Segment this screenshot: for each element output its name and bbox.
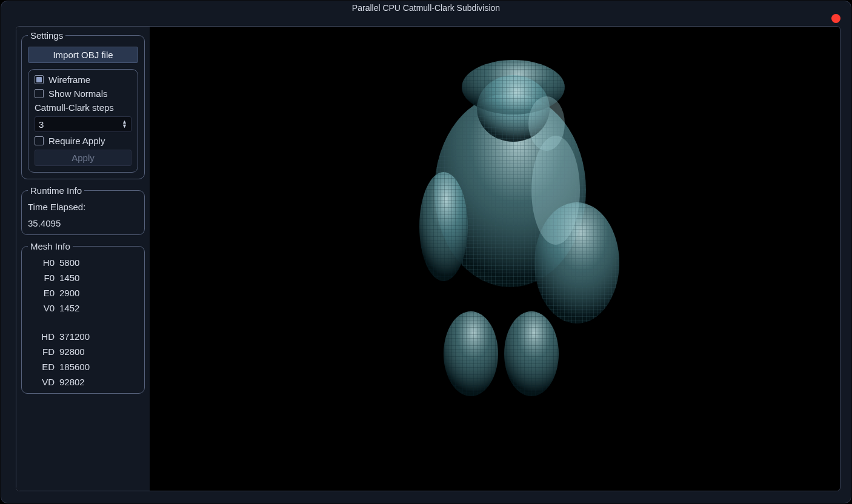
close-icon[interactable] xyxy=(831,14,840,23)
show-normals-row: Show Normals xyxy=(35,88,131,99)
mesh-v: 5800 xyxy=(59,257,138,268)
wireframe-label: Wireframe xyxy=(48,75,90,85)
sidebar: Settings Import OBJ file Wireframe Show … xyxy=(16,27,150,491)
svg-point-18 xyxy=(531,136,580,245)
settings-legend: Settings xyxy=(28,30,65,41)
wireframe-checkbox[interactable] xyxy=(35,75,44,84)
wireframe-row: Wireframe xyxy=(35,75,131,85)
apply-button: Apply xyxy=(35,150,131,166)
show-normals-checkbox[interactable] xyxy=(35,89,44,98)
mesh-k: ED xyxy=(28,362,55,372)
mesh-v: 1450 xyxy=(59,273,138,283)
mesh-info-legend: Mesh Info xyxy=(28,241,73,251)
steps-value: 3 xyxy=(39,119,44,130)
apply-label: Apply xyxy=(72,153,95,163)
mesh-v: 92802 xyxy=(59,377,138,387)
stepper-arrows-icon[interactable]: ▲▼ xyxy=(122,120,127,128)
runtime-legend: Runtime Info xyxy=(28,185,84,196)
svg-point-12 xyxy=(419,172,468,281)
require-apply-label: Require Apply xyxy=(48,136,105,146)
settings-subgroup: Wireframe Show Normals Catmull-Clark ste… xyxy=(28,69,138,173)
require-apply-row: Require Apply xyxy=(35,136,131,146)
require-apply-checkbox[interactable] xyxy=(35,136,44,145)
mesh-k: FD xyxy=(28,346,55,357)
show-normals-label: Show Normals xyxy=(48,88,108,99)
mesh-k: V0 xyxy=(28,303,55,313)
3d-viewport[interactable] xyxy=(150,27,840,491)
mesh-k: H0 xyxy=(28,257,55,268)
mesh-k: E0 xyxy=(28,288,55,298)
client-area: Settings Import OBJ file Wireframe Show … xyxy=(16,26,840,491)
svg-point-14 xyxy=(444,311,498,396)
mesh-k: HD xyxy=(28,331,55,342)
mesh-v: 185600 xyxy=(59,362,138,372)
app-window: Parallel CPU Catmull-Clark Subdivision S… xyxy=(0,0,852,504)
titlebar: Parallel CPU Catmull-Clark Subdivision xyxy=(1,1,851,15)
runtime-group: Runtime Info Time Elapsed: 35.4095 xyxy=(21,185,145,235)
steps-spinbox[interactable]: 3 ▲▼ xyxy=(35,116,131,132)
window-title: Parallel CPU Catmull-Clark Subdivision xyxy=(352,3,500,13)
import-obj-label: Import OBJ file xyxy=(53,50,113,60)
time-elapsed-value: 35.4095 xyxy=(28,218,138,228)
wireframe-model-icon xyxy=(404,51,622,402)
mesh-k: F0 xyxy=(28,273,55,283)
mesh-k: VD xyxy=(28,377,55,387)
settings-group: Settings Import OBJ file Wireframe Show … xyxy=(21,30,145,179)
mesh-info-table: H0 5800 F0 1450 E0 2900 V0 1452 HD 37120… xyxy=(28,257,138,387)
steps-label: Catmull-Clark steps xyxy=(35,102,131,113)
time-elapsed-label: Time Elapsed: xyxy=(28,202,138,212)
mesh-v: 1452 xyxy=(59,303,138,313)
mesh-info-group: Mesh Info H0 5800 F0 1450 E0 2900 V0 145… xyxy=(21,241,145,394)
mesh-v: 2900 xyxy=(59,288,138,298)
mesh-v: 92800 xyxy=(59,346,138,357)
svg-point-16 xyxy=(504,311,559,396)
import-obj-button[interactable]: Import OBJ file xyxy=(28,47,138,63)
mesh-v: 371200 xyxy=(59,331,138,342)
